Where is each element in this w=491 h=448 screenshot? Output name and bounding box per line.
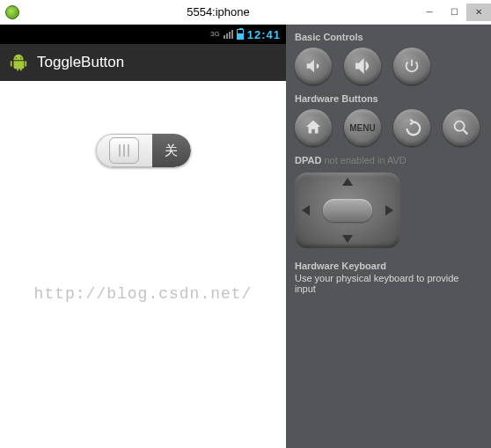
volume-down-button[interactable] [295, 48, 332, 84]
device-screen: 3G 12:41 ToggleButton 关 http://blog.csdn… [0, 25, 286, 448]
menu-button[interactable]: MENU [344, 109, 381, 146]
dpad-control[interactable] [295, 173, 400, 248]
back-button[interactable] [393, 109, 430, 146]
keyboard-note: Hardware Keyboard Use your physical keyb… [295, 261, 482, 294]
signal-icon [224, 30, 233, 39]
keyboard-note-text: Use your physical keyboard to provide in… [295, 273, 482, 294]
watermark-text: http://blog.csdn.net/ [0, 285, 286, 303]
volume-up-button[interactable] [344, 48, 381, 84]
status-clock: 12:41 [247, 28, 281, 41]
dpad-right-icon[interactable] [385, 205, 393, 216]
toggle-button[interactable]: 关 [96, 134, 191, 167]
window-title: 5554:iphone [19, 5, 417, 18]
dpad-down-icon[interactable] [342, 235, 353, 243]
dpad-left-icon[interactable] [302, 205, 310, 216]
power-button[interactable] [393, 48, 430, 84]
toggle-knob [109, 137, 139, 164]
network-indicator: 3G [210, 31, 220, 38]
keyboard-note-header: Hardware Keyboard [295, 261, 482, 271]
window-maximize-button[interactable]: ☐ [442, 4, 466, 21]
search-button[interactable] [443, 109, 480, 146]
battery-icon [237, 29, 244, 40]
dpad-status: DPAD not enabled in AVD [295, 155, 482, 165]
android-robot-icon [9, 53, 28, 72]
dpad-center-button[interactable] [323, 199, 372, 222]
app-title: ToggleButton [37, 54, 124, 71]
app-content: 关 http://blog.csdn.net/ [0, 81, 286, 448]
emulator-app-icon [5, 5, 19, 19]
home-button[interactable] [295, 109, 332, 146]
svg-point-0 [455, 121, 465, 131]
window-close-button[interactable]: ✕ [466, 4, 491, 21]
window-minimize-button[interactable]: ─ [417, 4, 442, 21]
basic-controls-header: Basic Controls [295, 32, 482, 42]
hardware-buttons-header: Hardware Buttons [295, 93, 482, 104]
toggle-off-label: 关 [152, 134, 191, 167]
window-titlebar: 5554:iphone ─ ☐ ✕ [0, 0, 491, 25]
toggle-track-on [96, 134, 152, 167]
app-action-bar: ToggleButton [0, 44, 286, 81]
dpad-up-icon[interactable] [342, 178, 353, 186]
emulator-controls-panel: Basic Controls Hardware Buttons MENU DPA… [286, 25, 491, 448]
android-status-bar: 3G 12:41 [0, 25, 286, 44]
